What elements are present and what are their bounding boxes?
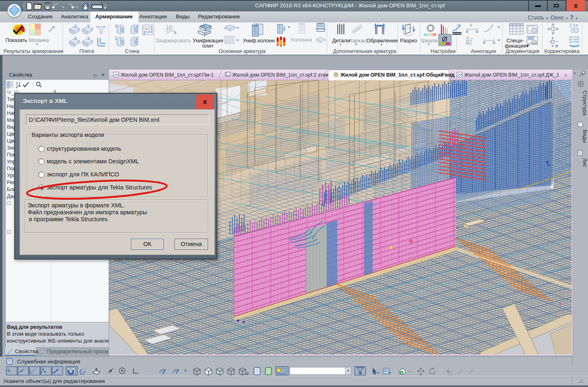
svg-text:i: i — [283, 25, 285, 32]
svg-text:Y: Y — [175, 370, 178, 375]
svg-text:Y: Y — [87, 24, 90, 29]
svg-text:X: X — [136, 24, 139, 29]
svg-text:Ø: Ø — [442, 35, 447, 43]
svg-text:X: X — [162, 370, 165, 375]
svg-text:Структура: Структура — [582, 90, 587, 116]
svg-text:Z: Z — [16, 85, 18, 89]
svg-text:I: I — [457, 24, 459, 28]
svg-text:Z: Z — [136, 36, 139, 41]
svg-text:M: M — [470, 37, 473, 40]
svg-text:A: A — [470, 23, 472, 28]
svg-text:X: X — [115, 24, 118, 29]
svg-text:Y: Y — [87, 36, 90, 41]
svg-text:Z: Z — [115, 36, 118, 41]
svg-text:X: X — [74, 24, 77, 29]
svg-text:Лис: Лис — [582, 158, 587, 167]
svg-text:Виды: Виды — [582, 130, 587, 143]
svg-text:max: max — [144, 27, 149, 30]
svg-text:A: A — [466, 36, 469, 40]
svg-text:X: X — [74, 36, 77, 41]
